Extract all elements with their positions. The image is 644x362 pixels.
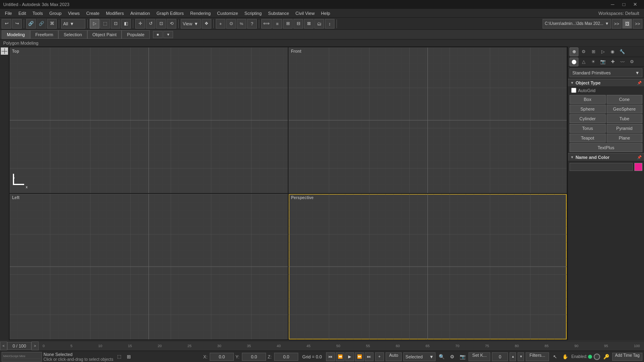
menu-scripting[interactable]: Scripting: [241, 9, 265, 18]
add-time-tag-button[interactable]: Add Time Tag: [612, 353, 642, 361]
minimize-button[interactable]: ─: [607, 0, 618, 9]
lights-icon[interactable]: ☀: [589, 58, 598, 66]
textplus-button[interactable]: TextPlus: [570, 143, 642, 152]
display-panel-icon[interactable]: ◉: [608, 47, 617, 56]
scene-explorer-button[interactable]: 🗂: [314, 19, 324, 29]
systems-icon[interactable]: ⚙: [627, 58, 636, 66]
cursor-icon[interactable]: ↖: [551, 352, 559, 361]
path-dropdown[interactable]: C:\Users\admin...\3ds Max 202... ▼: [543, 19, 611, 29]
set-key-button[interactable]: Set K...: [469, 352, 490, 361]
tab-object-paint[interactable]: Object Paint: [87, 30, 122, 39]
key-down-button[interactable]: ▼: [518, 352, 524, 361]
scale-button[interactable]: ⊡: [156, 19, 166, 29]
camera-icon[interactable]: 📷: [458, 352, 467, 361]
name-color-section-header[interactable]: ▼ Name and Color 📌: [568, 153, 644, 161]
link-button[interactable]: 🔗: [26, 19, 36, 29]
search-icon[interactable]: 🔍: [437, 352, 446, 361]
selection-filter-dropdown[interactable]: All ▼: [61, 19, 85, 29]
cylinder-button[interactable]: Cylinder: [570, 114, 606, 123]
geometry-icon[interactable]: ⬤: [570, 58, 578, 66]
layer-button[interactable]: ⊟: [293, 19, 303, 29]
spacewarps-icon[interactable]: 〰: [618, 58, 627, 66]
maximize-button[interactable]: □: [618, 0, 630, 9]
menu-group[interactable]: Group: [46, 9, 65, 18]
menu-civil-view[interactable]: Civil View: [292, 9, 318, 18]
autogrid-checkbox[interactable]: [571, 88, 576, 93]
box-button[interactable]: Box: [570, 95, 606, 104]
next-frame-button[interactable]: ⏩: [355, 352, 364, 361]
tab-pin-btn[interactable]: ▼: [163, 31, 173, 38]
menu-rendering[interactable]: Rendering: [187, 9, 214, 18]
rotate-button[interactable]: ↺: [146, 19, 155, 29]
transform-button[interactable]: ⟲: [167, 19, 176, 29]
shapes-icon[interactable]: △: [579, 58, 588, 66]
percent-snap-button[interactable]: %: [237, 19, 246, 29]
go-to-end-button[interactable]: ⏭: [365, 352, 374, 361]
align-button[interactable]: ≡: [272, 19, 282, 29]
tab-options-btn[interactable]: ■: [153, 31, 163, 38]
undo-button[interactable]: ↩: [2, 19, 11, 29]
sphere-button[interactable]: Sphere: [570, 105, 606, 113]
geosphere-button[interactable]: GeoSphere: [607, 105, 643, 113]
x-input[interactable]: [210, 353, 234, 361]
grid-button[interactable]: ⊞: [283, 19, 293, 29]
bind-button[interactable]: ⌘: [47, 19, 57, 29]
helpers-icon[interactable]: ✚: [608, 58, 617, 66]
z-input[interactable]: [274, 353, 298, 361]
move-button[interactable]: ✛: [135, 19, 145, 29]
paint-select-button[interactable]: ◧: [121, 19, 131, 29]
settings-icon[interactable]: ⚙: [448, 352, 456, 361]
pivot-button[interactable]: ❖: [202, 19, 211, 29]
manage-layers-button[interactable]: ⊠: [304, 19, 314, 29]
motion-panel-icon[interactable]: ▷: [599, 47, 607, 56]
utilities-panel-icon[interactable]: 🔧: [618, 47, 627, 56]
tab-modeling[interactable]: Modeling: [2, 30, 30, 39]
pyramid-button[interactable]: Pyramid: [607, 124, 643, 133]
hierarchy-panel-icon[interactable]: ⊞: [589, 47, 598, 56]
menu-tools[interactable]: Tools: [29, 9, 46, 18]
timeline-prev-button[interactable]: <: [0, 341, 7, 350]
menu-file[interactable]: File: [2, 9, 15, 18]
expand-btn[interactable]: >>: [612, 19, 621, 29]
plane-button[interactable]: Plane: [607, 134, 643, 142]
grid-icon[interactable]: ⊞: [124, 352, 133, 361]
viewport-front[interactable]: Front: [289, 47, 567, 193]
menu-modifiers[interactable]: Modifiers: [103, 9, 127, 18]
key-icon[interactable]: 🔑: [602, 352, 611, 361]
hand-icon[interactable]: ✋: [561, 352, 570, 361]
enabled-icon2[interactable]: [594, 354, 600, 360]
key-up-button[interactable]: ▲: [510, 352, 516, 361]
cone-button[interactable]: Cone: [607, 95, 643, 104]
go-to-start-button[interactable]: ⏮: [326, 352, 335, 361]
select-region-button[interactable]: ⬚: [100, 19, 110, 29]
primitive-type-dropdown[interactable]: Standard Primitives ▼: [570, 68, 642, 77]
close-button[interactable]: ✕: [630, 0, 641, 9]
snap-toggle-button[interactable]: +: [216, 19, 225, 29]
viewport-perspective[interactable]: Perspective: [289, 194, 567, 339]
object-type-section-header[interactable]: ▼ Object Type 📌: [568, 79, 644, 87]
menu-animation[interactable]: Animation: [127, 9, 153, 18]
menu-views[interactable]: Views: [65, 9, 83, 18]
teapot-button[interactable]: Teapot: [570, 134, 606, 142]
timeline-ruler-strip[interactable]: 0 5 10 15 20 25 30 35 40 45 50 55 60 65 …: [39, 341, 644, 350]
timeline-next-button[interactable]: >: [31, 341, 39, 350]
tab-selection[interactable]: Selection: [58, 30, 87, 39]
menu-create[interactable]: Create: [83, 9, 103, 18]
snap-icon[interactable]: ⬚: [115, 352, 124, 361]
menu-edit[interactable]: Edit: [15, 9, 29, 18]
tab-populate[interactable]: Populate: [122, 30, 149, 39]
object-name-input[interactable]: [570, 163, 633, 171]
viewport-left[interactable]: Left: [10, 194, 288, 339]
angle-snap-button[interactable]: ⊙: [226, 19, 236, 29]
menu-substance[interactable]: Substance: [265, 9, 292, 18]
spinner-snap-button[interactable]: ?: [247, 19, 257, 29]
tab-freeform[interactable]: Freeform: [30, 30, 59, 39]
mirror-button[interactable]: ⟺: [261, 19, 272, 29]
add-key-button[interactable]: +: [375, 352, 384, 361]
filters-button[interactable]: Filters...: [526, 352, 549, 361]
menu-customize[interactable]: Customize: [214, 9, 241, 18]
color-swatch[interactable]: [634, 163, 642, 171]
modify-panel-icon[interactable]: ⚙: [579, 47, 588, 56]
select-button[interactable]: ▷: [90, 19, 99, 29]
reference-coord-dropdown[interactable]: View ▼: [181, 19, 201, 29]
